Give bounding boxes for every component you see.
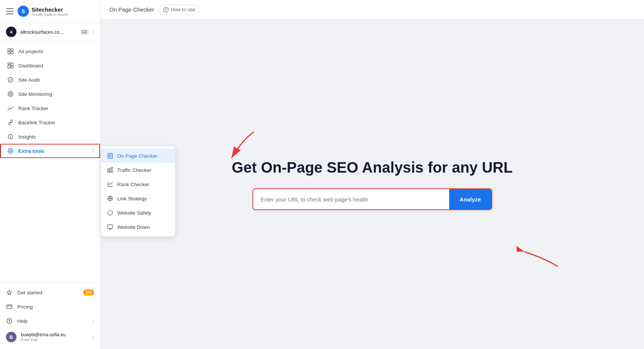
svg-rect-8 bbox=[8, 65, 10, 68]
svg-text:S: S bbox=[21, 8, 25, 14]
sidebar-item-label: Rank Tracker bbox=[18, 106, 48, 111]
user-avatar: B bbox=[6, 332, 16, 342]
user-email: buwybi@ema-sofia.eu bbox=[21, 332, 88, 337]
annotation-arrow-2 bbox=[517, 244, 562, 274]
grid-icon bbox=[7, 48, 14, 55]
sidebar-item-site-audit[interactable]: Site Audit bbox=[0, 73, 100, 87]
dropdown-item-label: On Page Checker bbox=[117, 153, 157, 159]
url-input-container: Analyze bbox=[253, 188, 492, 210]
topbar: On Page Checker How to use bbox=[100, 0, 644, 19]
dropdown-item-label: Link Strategy bbox=[117, 196, 147, 201]
sidebar-item-label: Extra tools bbox=[18, 148, 45, 154]
sidebar-header: S Sitechecker Proudly made in Ukraine bbox=[0, 0, 100, 23]
dropdown-item-label: Traffic Checker bbox=[117, 167, 151, 173]
sidebar-item-help[interactable]: Help › bbox=[0, 314, 100, 328]
svg-rect-9 bbox=[11, 66, 13, 68]
dropdown-item-rank-checker[interactable]: Rank Checker bbox=[101, 177, 175, 191]
sidebar-item-label: Site Monitoring bbox=[18, 91, 52, 97]
pricing-label: Pricing bbox=[17, 304, 33, 310]
dropdown-item-label: Website Down bbox=[117, 224, 150, 230]
svg-rect-5 bbox=[11, 52, 13, 54]
user-plan: Free trial bbox=[21, 337, 88, 342]
svg-rect-24 bbox=[108, 169, 109, 172]
how-to-use-button[interactable]: How to use bbox=[158, 4, 200, 15]
sidebar-item-label: Insights bbox=[18, 134, 36, 140]
user-profile[interactable]: B buwybi@ema-sofia.eu Free trial › bbox=[0, 328, 100, 346]
rank-checker-icon bbox=[107, 181, 114, 188]
help-chevron-icon: › bbox=[93, 319, 94, 323]
sidebar-item-backlink-tracker[interactable]: Backlink Tracker bbox=[0, 115, 100, 130]
sidebar-item-site-monitoring[interactable]: Site Monitoring bbox=[0, 87, 100, 101]
svg-rect-6 bbox=[8, 63, 10, 64]
sidebar-item-label: Dashboard bbox=[18, 63, 43, 69]
sidebar-nav: All projects Dashboard Site Audit bbox=[0, 41, 100, 282]
main-content: Get On-Page SEO Analysis for any URL Ana… bbox=[100, 19, 644, 349]
dropdown-item-on-page-checker[interactable]: On Page Checker bbox=[101, 149, 175, 163]
help-circle-icon bbox=[163, 7, 169, 12]
get-started-icon bbox=[6, 289, 13, 296]
chevron-icon: › bbox=[93, 149, 94, 153]
dropdown-item-website-safety[interactable]: Website Safety bbox=[101, 206, 175, 220]
svg-rect-16 bbox=[7, 305, 12, 309]
project-icon: a bbox=[6, 27, 16, 37]
svg-point-11 bbox=[8, 92, 13, 97]
sidebar-item-dashboard[interactable]: Dashboard bbox=[0, 58, 100, 73]
hamburger-menu[interactable] bbox=[6, 8, 13, 14]
content-center: Get On-Page SEO Analysis for any URL Ana… bbox=[232, 158, 513, 210]
logo-text: Sitechecker Proudly made in Ukraine bbox=[31, 6, 69, 16]
dropdown-item-traffic-checker[interactable]: Traffic Checker bbox=[101, 163, 175, 177]
svg-point-18 bbox=[9, 322, 10, 323]
sidebar-bottom: Get started 2/6 Pricing Help › bbox=[0, 282, 100, 349]
svg-point-12 bbox=[9, 93, 12, 95]
svg-point-20 bbox=[166, 10, 166, 11]
svg-marker-15 bbox=[7, 290, 12, 295]
logo: S Sitechecker Proudly made in Ukraine bbox=[17, 5, 69, 17]
sidebar-item-extra-tools[interactable]: Extra tools › bbox=[0, 144, 100, 158]
shield-icon bbox=[107, 209, 114, 216]
sidebar-item-all-projects[interactable]: All projects bbox=[0, 44, 100, 58]
extra-tools-dropdown: On Page Checker Traffic Checker Rank Che… bbox=[100, 146, 175, 237]
project-selector[interactable]: a altrocksurfaces.co... CZ › bbox=[0, 23, 100, 41]
project-badge: CZ bbox=[80, 29, 89, 35]
rank-icon bbox=[7, 105, 14, 112]
sidebar-item-rank-tracker[interactable]: Rank Tracker bbox=[0, 101, 100, 115]
traffic-icon bbox=[107, 167, 114, 173]
monitoring-icon bbox=[7, 91, 14, 97]
svg-rect-7 bbox=[11, 63, 13, 66]
main-area: On Page Checker How to use Get On-Page S… bbox=[100, 0, 644, 349]
page-title: On Page Checker bbox=[109, 6, 154, 13]
svg-rect-3 bbox=[11, 49, 13, 51]
sidebar-item-label: Backlink Tracker bbox=[18, 120, 55, 125]
sidebar-item-insights[interactable]: Insights bbox=[0, 130, 100, 144]
sidebar-item-label: Site Audit bbox=[18, 77, 40, 83]
get-started-badge: 2/6 bbox=[83, 289, 94, 295]
insights-icon bbox=[7, 133, 14, 140]
sidebar: S Sitechecker Proudly made in Ukraine a … bbox=[0, 0, 100, 349]
app-name: Sitechecker bbox=[31, 6, 69, 13]
project-name: altrocksurfaces.co... bbox=[20, 29, 76, 35]
user-info: buwybi@ema-sofia.eu Free trial bbox=[21, 332, 88, 342]
main-heading: Get On-Page SEO Analysis for any URL bbox=[232, 158, 513, 176]
dropdown-item-link-strategy[interactable]: Link Strategy bbox=[101, 191, 175, 206]
backlink-icon bbox=[7, 119, 14, 126]
sidebar-item-pricing[interactable]: Pricing bbox=[0, 300, 100, 314]
svg-rect-26 bbox=[111, 167, 113, 172]
svg-rect-30 bbox=[108, 225, 113, 228]
chevron-right-icon: › bbox=[93, 29, 94, 34]
dashboard-icon bbox=[7, 62, 14, 69]
annotation-arrow-1 bbox=[217, 124, 261, 169]
analyze-button[interactable]: Analyze bbox=[449, 189, 492, 209]
url-input[interactable] bbox=[253, 196, 449, 203]
svg-rect-2 bbox=[8, 49, 10, 51]
sidebar-item-get-started[interactable]: Get started 2/6 bbox=[0, 285, 100, 300]
dropdown-item-website-down[interactable]: Website Down bbox=[101, 220, 175, 234]
monitor-icon bbox=[107, 224, 114, 230]
svg-rect-4 bbox=[8, 52, 10, 54]
sidebar-item-label: All projects bbox=[18, 49, 43, 54]
svg-point-13 bbox=[10, 150, 12, 152]
help-icon bbox=[6, 318, 13, 324]
pricing-icon bbox=[6, 303, 13, 310]
how-to-use-label: How to use bbox=[171, 7, 195, 12]
user-chevron-icon: › bbox=[93, 334, 94, 340]
sitechecker-logo-icon: S bbox=[17, 5, 29, 17]
